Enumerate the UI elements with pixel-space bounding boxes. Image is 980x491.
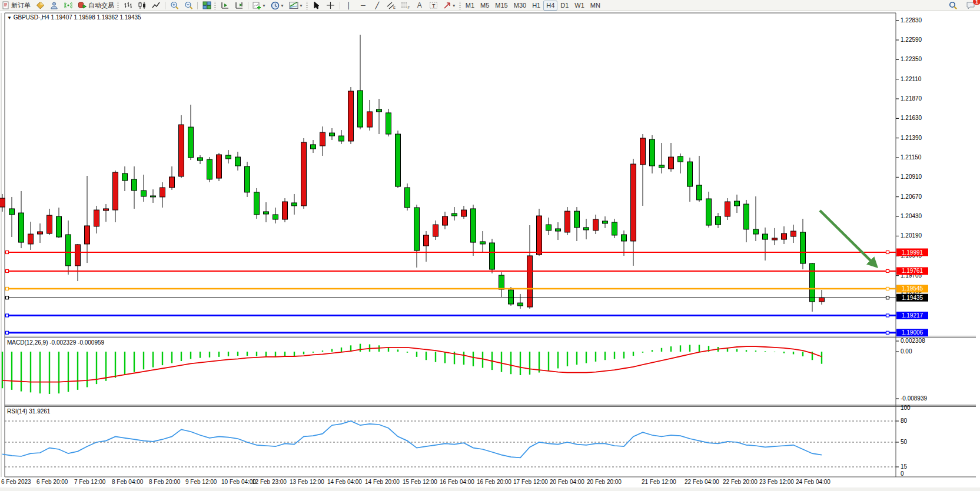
svg-text:1.20910: 1.20910 — [901, 173, 922, 180]
ohlc-open: 1.19407 — [51, 14, 72, 21]
svg-text:T: T — [432, 3, 436, 9]
svg-text:100: 100 — [901, 405, 911, 411]
dropdown-caret-icon: ▼ — [452, 4, 456, 8]
autotrade-label: 自动交易 — [88, 1, 114, 10]
timeframe-M15[interactable]: M15 — [492, 1, 510, 11]
toolbar-separator — [340, 2, 340, 9]
svg-text:15: 15 — [901, 463, 908, 470]
profile-icon[interactable] — [47, 0, 61, 11]
svg-text:20 Feb 04:00: 20 Feb 04:00 — [550, 479, 584, 485]
svg-text:12 Feb 23:00: 12 Feb 23:00 — [252, 479, 287, 485]
mt4-window: { "window": {"background": "#f1f1ee"}, "… — [0, 0, 980, 491]
timeframe-M30[interactable]: M30 — [511, 1, 529, 11]
search-icon[interactable] — [946, 0, 960, 11]
new-order-label: 新订单 — [11, 1, 31, 10]
svg-text:22 Feb 20:00: 22 Feb 20:00 — [723, 479, 758, 485]
svg-text:E: E — [393, 6, 396, 9]
svg-text:15 Feb 12:00: 15 Feb 12:00 — [403, 479, 437, 485]
timeframe-H1[interactable]: H1 — [529, 1, 543, 11]
chart-canvas[interactable]: 1.228301.225901.223501.221101.218701.216… — [0, 0, 980, 491]
svg-text:1.22590: 1.22590 — [901, 36, 922, 43]
autotrade-icon — [78, 1, 87, 9]
toolbar-grip — [117, 2, 119, 9]
macd-indicator-label: MACD(12,26,9) -0.002329 -0.000959 — [7, 339, 104, 346]
svg-text:1.19545: 1.19545 — [902, 285, 923, 292]
svg-text:17 Feb 12:00: 17 Feb 12:00 — [513, 479, 548, 485]
timeframe-H4[interactable]: H4 — [543, 1, 557, 11]
notification-badge: 1 — [973, 0, 980, 5]
svg-text:1.21150: 1.21150 — [901, 154, 922, 161]
tile-windows-icon[interactable] — [200, 0, 214, 11]
new-order-button[interactable]: 新订单 — [0, 0, 33, 11]
timeframe-D1[interactable]: D1 — [557, 1, 572, 11]
svg-text:1.19217: 1.19217 — [902, 312, 923, 319]
new-order-icon — [2, 1, 9, 9]
chart-header[interactable]: ▼ GBPUSD-,H4 1.19407 1.19598 1.19362 1.1… — [7, 14, 141, 21]
vertical-line-tool[interactable]: │ — [342, 0, 356, 11]
toolbar-grip — [459, 2, 461, 9]
timeframe-M1[interactable]: M1 — [463, 1, 477, 11]
candlestick-chart-icon[interactable] — [135, 0, 149, 11]
line-chart-icon[interactable] — [149, 0, 163, 11]
gold-diamond-icon[interactable] — [33, 0, 47, 11]
autotrade-button[interactable]: 自动交易 — [75, 0, 117, 11]
svg-text:14 Feb 20:00: 14 Feb 20:00 — [365, 479, 400, 485]
svg-text:23 Feb 12:00: 23 Feb 12:00 — [759, 479, 794, 485]
collapse-triangle-icon[interactable]: ▼ — [7, 15, 12, 21]
svg-text:20 Feb 20:00: 20 Feb 20:00 — [587, 479, 622, 485]
svg-text:8 Feb 20:00: 8 Feb 20:00 — [149, 479, 181, 485]
toolbar-grip — [306, 2, 308, 9]
svg-text:16 Feb 20:00: 16 Feb 20:00 — [477, 479, 511, 485]
svg-text:1.19991: 1.19991 — [902, 249, 923, 256]
svg-text:24 Feb 04:00: 24 Feb 04:00 — [796, 479, 830, 485]
date-axis[interactable]: 6 Feb 20236 Feb 20:007 Feb 12:008 Feb 04… — [1, 479, 830, 485]
svg-text:1.22110: 1.22110 — [901, 76, 922, 82]
trendline-tool[interactable]: ╱ — [370, 0, 384, 11]
toolbar-separator — [248, 2, 248, 9]
zoom-in-icon[interactable] — [167, 0, 181, 11]
svg-text:50: 50 — [901, 439, 908, 445]
equidistant-channel-tool[interactable]: E — [384, 0, 398, 11]
text-label-tool[interactable]: T — [427, 0, 441, 11]
fibonacci-tool[interactable]: F — [398, 0, 413, 11]
svg-text:10 Feb 04:00: 10 Feb 04:00 — [221, 479, 256, 485]
svg-text:1.19006: 1.19006 — [902, 329, 923, 336]
ohlc-low: 1.19362 — [97, 14, 118, 21]
svg-text:22 Feb 04:00: 22 Feb 04:00 — [685, 479, 719, 485]
svg-text:6 Feb 2023: 6 Feb 2023 — [1, 479, 31, 485]
chart-shift-icon[interactable] — [218, 0, 232, 11]
bar-chart-icon[interactable] — [121, 0, 135, 11]
timeframe-buttons: M1M5M15M30H1H4D1W1MN — [463, 1, 603, 11]
rsi-indicator-label: RSI(14) 31.9261 — [7, 408, 50, 415]
svg-text:F: F — [407, 6, 410, 9]
dropdown-caret-icon: ▼ — [280, 4, 284, 8]
chat-notification-button[interactable]: 1 — [964, 0, 978, 11]
dropdown-caret-icon: ▼ — [262, 4, 266, 8]
signal-icon[interactable] — [61, 0, 75, 11]
templates-button[interactable]: ▼ — [287, 0, 305, 11]
timeframe-MN[interactable]: MN — [587, 1, 603, 11]
svg-text:1.21630: 1.21630 — [901, 115, 922, 121]
chart-window[interactable]: 1.228301.225901.223501.221101.218701.216… — [0, 0, 980, 491]
svg-text:21 Feb 12:00: 21 Feb 12:00 — [642, 479, 676, 485]
periods-clock-button[interactable]: ▼ — [268, 0, 287, 11]
timeframe-M5[interactable]: M5 — [477, 1, 492, 11]
svg-text:16 Feb 04:00: 16 Feb 04:00 — [440, 479, 474, 485]
svg-text:7 Feb 12:00: 7 Feb 12:00 — [74, 479, 106, 485]
text-tool[interactable]: A — [413, 0, 427, 11]
add-indicator-button[interactable]: ▼ — [250, 0, 268, 11]
cursor-icon[interactable] — [310, 0, 324, 11]
zoom-out-icon[interactable] — [181, 0, 195, 11]
svg-text:1.21390: 1.21390 — [901, 135, 922, 141]
chart-autoscroll-icon[interactable] — [232, 0, 246, 11]
svg-text:1.21870: 1.21870 — [901, 95, 922, 102]
svg-text:1.20190: 1.20190 — [901, 232, 922, 239]
horizontal-line-tool[interactable]: ─ — [356, 0, 370, 11]
ohlc-high: 1.19598 — [74, 14, 95, 21]
arrows-tool[interactable]: ▼ — [441, 0, 459, 11]
timeframe-W1[interactable]: W1 — [572, 1, 587, 11]
crosshair-icon[interactable] — [324, 0, 338, 11]
svg-text:0.002308: 0.002308 — [901, 338, 925, 344]
svg-text:0: 0 — [901, 470, 904, 477]
symbol-period-label: GBPUSD-,H4 — [14, 14, 49, 21]
